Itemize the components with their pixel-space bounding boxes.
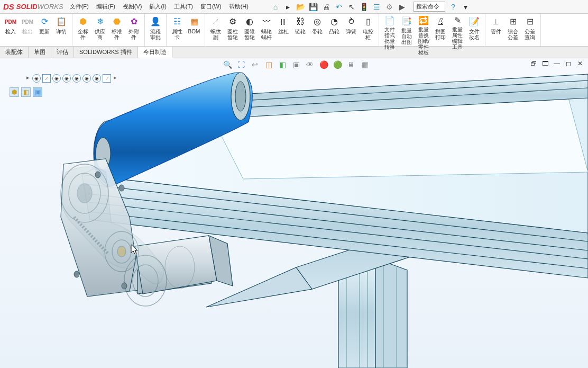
appearance-icon[interactable]: 🔴 [318, 59, 329, 70]
gear-icon[interactable]: ⚙ [385, 2, 394, 12]
menubar: DS SOLIDWORKS 文件(F) 编辑(F) 视图(V) 插入(I) 工具… [0, 0, 588, 14]
assembly-icon[interactable]: ⬢ [10, 87, 19, 97]
tab-assembly[interactable]: 装配体 [0, 47, 29, 58]
flyout-expand-icon[interactable]: ▸ [114, 74, 117, 83]
section-view-icon[interactable]: ◫ [263, 59, 274, 70]
spring-button[interactable]: ⥁弹簧 [343, 15, 360, 45]
bom-button[interactable]: ▦BOM [186, 15, 203, 45]
render-icon[interactable]: 🖥 [346, 59, 356, 70]
supplier-button[interactable]: ❄供应商 [91, 15, 108, 45]
pulley-button[interactable]: ◎带轮 [309, 15, 326, 45]
svg-point-27 [122, 283, 127, 289]
play-icon[interactable]: ▶ [398, 2, 407, 12]
cam-button[interactable]: ◔凸轮 [326, 15, 343, 45]
menu-window[interactable]: 窗口(W) [200, 3, 222, 11]
process-approval-button[interactable]: 👤流程审批 [147, 15, 164, 45]
attribute-card-button[interactable]: ☷属性卡 [169, 15, 186, 45]
filter-axis-icon[interactable]: ⟋ [42, 74, 51, 83]
help-icon[interactable]: ? [448, 2, 458, 12]
hide-show-icon[interactable]: 👁 [305, 59, 315, 70]
list-icon[interactable]: ☰ [372, 2, 382, 12]
open-icon[interactable]: 📂 [296, 2, 306, 12]
pdm-checkin-button[interactable]: PDM检入 [2, 15, 19, 45]
restore-down-icon[interactable]: 🗗 [529, 59, 538, 68]
close-icon[interactable]: ✕ [575, 59, 585, 68]
tab-today-manufacture[interactable]: 今日制造 [138, 47, 172, 58]
sprocket-button[interactable]: ⛓链轮 [292, 15, 309, 45]
graphics-viewport[interactable]: 🔍 ⛶ ↩ ◫ ◧ ▣ 👁 🔴 🟢 🖥 ▦ ▸ ◉ ⟋ ◉ ◉ ◉ ◉ ◉ ⟋ … [0, 58, 588, 368]
ribbon-toolbar: PDM检入 PDM检出 ⟳更新 📋详情 ⬢企标件 ❄供应商 ⬣标准件 ✿外附件 … [0, 14, 588, 47]
menu-insert[interactable]: 插入(I) [149, 3, 166, 11]
standard-parts-button[interactable]: ⬣标准件 [108, 15, 125, 45]
menu-view[interactable]: 视图(V) [123, 3, 142, 11]
zoom-fit-icon[interactable]: 🔍 [222, 59, 233, 70]
print-icon[interactable]: 🖨 [321, 2, 331, 12]
spur-gear-button[interactable]: ⚙圆柱齿轮 [224, 15, 241, 45]
feature-tree-filter-bar: ▸ ◉ ⟋ ◉ ◉ ◉ ◉ ◉ ⟋ ▸ [26, 74, 117, 83]
traffic-icon[interactable]: 🚦 [360, 2, 369, 12]
scene-icon[interactable]: 🟢 [332, 59, 343, 70]
fit-query-button[interactable]: ⊟公差查询 [521, 15, 538, 45]
menu-edit[interactable]: 编辑(F) [96, 3, 115, 11]
command-search[interactable]: 搜索命令 [414, 2, 445, 12]
filter-3-icon[interactable]: ◉ [82, 74, 91, 83]
menu-help[interactable]: 帮助(H) [229, 3, 249, 11]
svg-point-13 [235, 82, 246, 111]
batch-replace-button[interactable]: 🔁批量替换图纸/零件模板 [415, 15, 432, 45]
leadscrew-button[interactable]: ⫼丝杠 [275, 15, 292, 45]
update-button[interactable]: ⟳更新 [36, 15, 53, 45]
menu-file[interactable]: 文件(F) [70, 3, 89, 11]
main-menu: 文件(F) 编辑(F) 视图(V) 插入(I) 工具(T) 窗口(W) 帮助(H… [70, 3, 249, 11]
display-pane-icon[interactable]: ▣ [33, 87, 42, 97]
filter-2-icon[interactable]: ◉ [72, 74, 81, 83]
maximize-icon[interactable]: 🗖 [540, 59, 550, 68]
cabinet-button[interactable]: ▯电控柜 [360, 15, 376, 45]
zoom-area-icon[interactable]: ⛶ [236, 59, 246, 70]
view-settings-icon[interactable]: ▦ [360, 59, 370, 70]
batch-attr-edit-button[interactable]: ✎批量属性编辑工具 [449, 15, 466, 45]
heads-up-view-toolbar: 🔍 ⛶ ↩ ◫ ◧ ▣ 👁 🔴 🟢 🖥 ▦ [222, 59, 370, 70]
cursor-icon[interactable]: ↖ [347, 2, 356, 12]
save-icon[interactable]: 💾 [309, 2, 318, 12]
tab-evaluate[interactable]: 评估 [51, 47, 74, 58]
display-style-icon[interactable]: ▣ [291, 59, 301, 70]
batch-print-button[interactable]: 🖨拼图打印 [432, 15, 449, 45]
svg-point-26 [74, 271, 79, 277]
filter-sketch-icon[interactable]: ⟋ [103, 74, 111, 83]
external-parts-button[interactable]: ✿外附件 [125, 15, 142, 45]
ribbon-tabs: 装配体 草图 评估 SOLIDWORKS 插件 今日制造 [0, 47, 588, 58]
tab-addins[interactable]: SOLIDWORKS 插件 [74, 47, 138, 58]
pipe-fitting-button[interactable]: ⟂管件 [488, 15, 504, 45]
previous-view-icon[interactable]: ↩ [250, 59, 260, 70]
svg-point-24 [95, 172, 100, 178]
dropdown-icon[interactable]: ▾ [461, 2, 471, 12]
flyout-handle-icon[interactable]: ▸ [26, 74, 30, 83]
worm-gear-button[interactable]: 〰蜗轮蜗杆 [258, 15, 275, 45]
thread-button[interactable]: ⟋螺纹副 [207, 15, 224, 45]
file-rename-button[interactable]: 📝文件改名 [466, 15, 483, 45]
minimize-icon[interactable]: — [552, 59, 562, 68]
filter-1-icon[interactable]: ◉ [62, 74, 71, 83]
pdm-checkout-button[interactable]: PDM检出 [19, 15, 36, 45]
view-orientation-icon[interactable]: ◧ [277, 59, 288, 70]
flyout-feature-tree: ⬢ ◧ ▣ [10, 87, 42, 97]
new-icon[interactable]: ▸ [283, 2, 293, 12]
file-format-batch-button[interactable]: 📄文件指式批量转换 [381, 15, 398, 45]
configs-icon[interactable]: ◧ [21, 87, 31, 97]
document-window-controls: 🗗 🗖 — ◻ ✕ [529, 59, 585, 68]
menu-tools[interactable]: 工具(T) [174, 3, 193, 11]
app-logo: DS SOLIDWORKS [3, 2, 63, 11]
home-icon[interactable]: ⌂ [271, 2, 280, 12]
batch-drawing-button[interactable]: 📑批量自动出图 [398, 15, 415, 45]
tolerance-button[interactable]: ⊞综合公差 [504, 15, 521, 45]
filter-origin-icon[interactable]: ◉ [52, 74, 61, 83]
filter-front-plane-icon[interactable]: ◉ [32, 74, 41, 83]
filter-4-icon[interactable]: ◉ [93, 74, 101, 83]
restore-icon[interactable]: ◻ [564, 59, 573, 68]
quick-access-toolbar: ⌂ ▸ 📂 💾 🖨 ↶ ↖ 🚦 ☰ ⚙ ▶ 搜索命令 ? ▾ [271, 2, 471, 12]
undo-icon[interactable]: ↶ [334, 2, 344, 12]
bevel-gear-button[interactable]: ◐圆锥齿轮 [241, 15, 258, 45]
enterprise-parts-button[interactable]: ⬢企标件 [75, 15, 91, 45]
details-button[interactable]: 📋详情 [53, 15, 70, 45]
tab-sketch[interactable]: 草图 [29, 47, 51, 58]
